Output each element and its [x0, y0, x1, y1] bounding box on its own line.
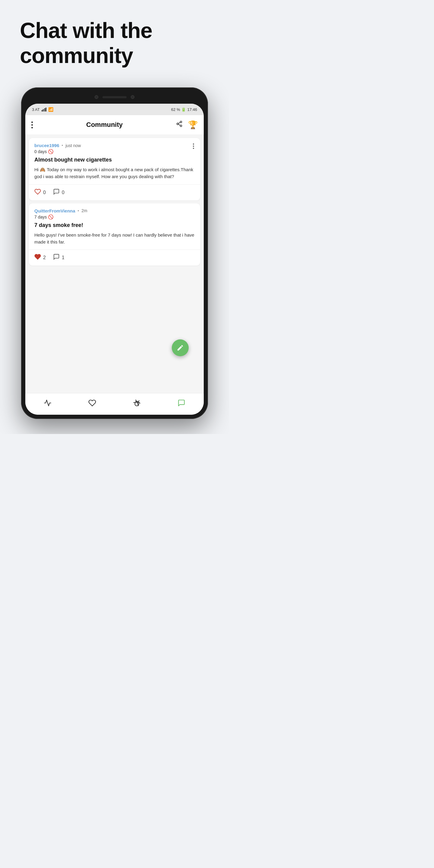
nav-community[interactable] — [159, 399, 204, 409]
compose-fab[interactable] — [172, 339, 189, 356]
battery-icon: 🔋 — [181, 107, 186, 112]
post-author-row: brucee1996 • just now — [34, 143, 81, 148]
post-author: brucee1996 — [34, 143, 59, 148]
post-divider — [29, 184, 200, 185]
post-header: QuitterFromVienna • 2m 7 days 🚫 — [34, 208, 195, 220]
post-author: QuitterFromVienna — [34, 208, 75, 213]
heart-icon — [34, 253, 41, 262]
bottom-nav — [25, 393, 204, 415]
svg-line-4 — [179, 122, 180, 124]
hero-title: Chat with the community — [20, 18, 152, 68]
nav-achievements[interactable] — [115, 399, 159, 409]
post-more-button[interactable] — [192, 143, 195, 150]
health-icon — [88, 399, 96, 409]
hero-title-line2: community — [20, 43, 152, 68]
post-days: 0 days 🚫 — [34, 149, 81, 154]
like-button[interactable]: 0 — [34, 188, 46, 197]
comment-count: 0 — [62, 190, 64, 195]
trophy-button[interactable]: 🏆 — [188, 120, 198, 130]
comment-icon — [53, 253, 60, 262]
phone-screen: 3 AT 📶 62 % 🔋 17:46 — [25, 104, 204, 415]
share-button[interactable] — [176, 121, 183, 129]
post-time: 2m — [82, 208, 87, 213]
signal-bars — [41, 107, 47, 112]
post-meta: brucee1996 • just now 0 days 🚫 — [34, 143, 81, 154]
menu-button[interactable] — [31, 121, 33, 128]
sensor — [131, 95, 134, 99]
medal-icon — [133, 399, 141, 409]
nav-progress[interactable] — [25, 399, 70, 409]
nav-health[interactable] — [70, 399, 115, 409]
phone-notch — [25, 92, 204, 102]
app-bar: Community 🏆 — [25, 115, 204, 134]
post-card: QuitterFromVienna • 2m 7 days 🚫 7 days s… — [29, 204, 200, 266]
like-count: 0 — [43, 190, 46, 195]
status-left: 3 AT 📶 — [32, 107, 53, 112]
hero-title-line1: Chat with the — [20, 18, 152, 43]
phone-frame: 3 AT 📶 62 % 🔋 17:46 — [21, 87, 208, 419]
post-time: just now — [65, 143, 81, 148]
pencil-icon — [177, 344, 184, 351]
feed: brucee1996 • just now 0 days 🚫 — [25, 134, 204, 373]
post-actions: 2 1 — [34, 253, 195, 262]
post-actions: 0 0 — [34, 188, 195, 197]
comment-button[interactable]: 0 — [53, 188, 64, 197]
comment-button[interactable]: 1 — [53, 253, 64, 262]
time-text: 17:46 — [187, 107, 197, 112]
post-days: 7 days 🚫 — [34, 214, 87, 220]
status-right: 62 % 🔋 17:46 — [171, 107, 197, 112]
comment-icon — [53, 188, 60, 197]
app-title: Community — [86, 121, 123, 129]
like-count: 2 — [43, 255, 46, 260]
post-card: brucee1996 • just now 0 days 🚫 — [29, 138, 200, 200]
speaker — [102, 96, 127, 98]
no-smoke-icon: 🚫 — [48, 149, 54, 154]
camera — [95, 95, 98, 99]
battery-text: 62 % — [171, 107, 180, 112]
post-title: Almost bought new cigarettes — [34, 157, 195, 163]
post-header: brucee1996 • just now 0 days 🚫 — [34, 143, 195, 154]
no-smoke-icon: 🚫 — [48, 214, 54, 220]
status-bar: 3 AT 📶 62 % 🔋 17:46 — [25, 104, 204, 115]
progress-icon — [44, 399, 52, 409]
post-meta: QuitterFromVienna • 2m 7 days 🚫 — [34, 208, 87, 220]
carrier-text: 3 AT — [32, 107, 40, 112]
svg-line-3 — [179, 124, 180, 125]
post-body: Hello guys! I've been smoke-free for 7 d… — [34, 231, 195, 246]
post-body: Hi 🙈 Today on my way to work i almost bo… — [34, 166, 195, 180]
page-wrapper: Chat with the community 3 AT — [0, 0, 229, 434]
wifi-icon: 📶 — [48, 107, 53, 112]
like-button[interactable]: 2 — [34, 253, 46, 262]
comment-count: 1 — [62, 255, 64, 260]
community-icon — [178, 399, 185, 409]
post-author-row: QuitterFromVienna • 2m — [34, 208, 87, 213]
app-bar-actions: 🏆 — [176, 120, 198, 130]
heart-icon — [34, 188, 41, 197]
post-title: 7 days smoke free! — [34, 222, 195, 228]
